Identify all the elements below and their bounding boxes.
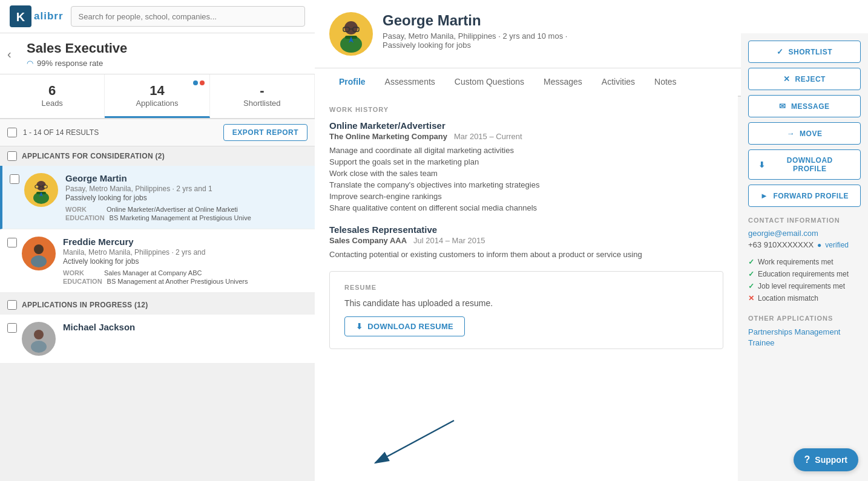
verified-label: verified <box>825 241 849 249</box>
resume-section: RESUME This candidate has uploaded a res… <box>329 271 723 349</box>
job-1-bullet-6: Share qualitative content on different s… <box>329 203 723 212</box>
job-1-bullet-4: Translate the company's objectives into … <box>329 180 723 189</box>
reject-button[interactable]: ✕ REJECT <box>748 68 861 90</box>
george-martin-name: George Martin <box>65 173 307 183</box>
stat-shortlisted[interactable]: - Shortlisted <box>210 74 315 118</box>
download-resume-label: DOWNLOAD RESUME <box>367 322 453 331</box>
forward-profile-button[interactable]: ► FORWARD PROFILE <box>748 185 861 207</box>
job-1-company-row: The Online Marketing Company Mar 2015 – … <box>329 132 723 141</box>
applicant-card-freddie-mercury[interactable]: Freddie Mercury Manila, Metro Manila, Ph… <box>0 229 315 293</box>
stat-leads[interactable]: 6 Leads <box>0 74 105 118</box>
job-title: Sales Executive <box>27 41 305 56</box>
search-input[interactable] <box>71 6 305 27</box>
shortlist-button[interactable]: ✓ SHORTLIST <box>748 41 861 63</box>
profile-content: WORK HISTORY Online Marketer/Advertiser … <box>315 94 738 481</box>
freddie-mercury-checkbox[interactable] <box>7 238 17 247</box>
job-1-role: Online Marketer/Advertiser <box>329 120 723 131</box>
req-location-text: Location mismatch <box>758 294 818 303</box>
contact-phone: +63 910XXXXXXX ● verified <box>748 240 861 249</box>
support-label: Support <box>815 455 847 465</box>
applicant-card-michael-jackson[interactable]: Michael Jackson <box>0 315 315 364</box>
svg-point-16 <box>34 330 44 339</box>
freddie-mercury-education: BS Management at Another Prestigious Uni… <box>107 278 248 285</box>
stats-bar: 6 Leads 14 Applications - Shortlisted <box>0 74 315 119</box>
michael-jackson-avatar <box>22 322 56 356</box>
in-progress-section-header: APPLICATIONS IN PROGRESS (12) <box>0 295 315 315</box>
job-1-company: The Online Marketing Company <box>329 132 447 141</box>
job-1-bullet-5: Improve search-engine rankings <box>329 192 723 201</box>
job-2-period: Jul 2014 – Mar 2015 <box>413 236 485 245</box>
education-label-2: EDUCATION <box>63 278 102 285</box>
message-label: MESSAGE <box>791 102 830 111</box>
dot-red <box>200 80 205 85</box>
in-progress-section-label: APPLICATIONS IN PROGRESS (12) <box>22 301 148 309</box>
reject-label: REJECT <box>795 75 826 83</box>
profile-info: George Martin Pasay, Metro Manila, Phili… <box>383 12 729 50</box>
forward-profile-icon: ► <box>760 191 768 200</box>
logo: K alibrr <box>10 5 64 27</box>
michael-jackson-checkbox[interactable] <box>7 323 17 333</box>
kalibrr-logo-text: alibrr <box>34 10 64 22</box>
freddie-mercury-info: Freddie Mercury Manila, Metro Manila, Ph… <box>63 237 307 285</box>
other-apps-label: OTHER APPLICATIONS <box>748 315 861 322</box>
freddie-mercury-name: Freddie Mercury <box>63 237 307 247</box>
leads-count: 6 <box>6 83 98 99</box>
job-entry-2: Telesales Representative Sales Company A… <box>329 224 723 259</box>
move-label: MOVE <box>800 129 822 138</box>
consideration-section-label: APPLICANTS FOR CONSIDERATION (2) <box>22 152 165 160</box>
export-report-button[interactable]: EXPORT REPORT <box>223 124 307 141</box>
george-martin-meta: WORK Online Marketer/Advertiser at Onlin… <box>65 206 307 221</box>
download-profile-button[interactable]: ⬇ DOWNLOAD PROFILE <box>748 149 861 180</box>
profile-avatar-image <box>331 14 371 54</box>
svg-point-13 <box>34 244 44 254</box>
freddie-mercury-avatar-image <box>24 238 54 269</box>
req-work: ✓ Work requirements met <box>748 258 861 266</box>
applicant-card-george-martin[interactable]: George Martin Pasay, Metro Manila, Phili… <box>0 166 315 229</box>
tab-assessments[interactable]: Assessments <box>375 68 445 97</box>
work-label-2: WORK <box>63 269 99 276</box>
svg-point-3 <box>36 181 46 191</box>
job-entry-1: Online Marketer/Advertiser The Online Ma… <box>329 120 723 212</box>
svg-point-17 <box>31 341 47 353</box>
job-2-company-row: Sales Company AAA Jul 2014 – Mar 2015 <box>329 236 723 245</box>
tab-activities[interactable]: Activities <box>592 68 645 97</box>
req-work-text: Work requirements met <box>758 258 833 266</box>
phone-number: +63 910XXXXXXX <box>748 240 814 249</box>
req-location-icon: ✕ <box>748 294 754 303</box>
support-button[interactable]: ? Support <box>794 448 858 471</box>
results-count: 1 - 14 OF 14 RESULTS <box>23 128 217 137</box>
message-button[interactable]: ✉ MESSAGE <box>748 95 861 117</box>
george-martin-checkbox[interactable] <box>10 174 19 184</box>
job-2-bullets: Contacting potential or existing custome… <box>329 250 723 259</box>
req-location: ✕ Location mismatch <box>748 294 861 303</box>
stat-applications[interactable]: 14 Applications <box>105 74 209 118</box>
george-martin-info: George Martin Pasay, Metro Manila, Phili… <box>65 173 307 221</box>
resume-title: RESUME <box>344 284 708 291</box>
download-resume-icon: ⬇ <box>356 322 363 331</box>
download-profile-icon: ⬇ <box>758 160 766 169</box>
tab-profile[interactable]: Profile <box>329 68 375 97</box>
download-resume-button[interactable]: ⬇ DOWNLOAD RESUME <box>344 316 465 336</box>
consideration-section-checkbox[interactable] <box>7 151 17 161</box>
george-martin-status: Passively looking for jobs <box>65 194 307 202</box>
in-progress-section-checkbox[interactable] <box>7 300 17 310</box>
svg-text:K: K <box>16 10 25 24</box>
job-1-bullets: Manage and coordinate all digital market… <box>329 146 723 212</box>
svg-point-19 <box>344 21 358 34</box>
job-2-company: Sales Company AAA <box>329 236 407 245</box>
select-all-checkbox[interactable] <box>7 128 17 137</box>
other-app-link-1[interactable]: Partnerships Management Trainee <box>748 327 861 348</box>
michael-jackson-info: Michael Jackson <box>63 322 307 332</box>
forward-profile-label: FORWARD PROFILE <box>773 192 849 200</box>
shortlisted-label: Shortlisted <box>216 99 308 108</box>
tab-custom-questions[interactable]: Custom Questions <box>445 68 534 97</box>
freddie-mercury-location: Manila, Metro Manila, Philippines · 2 yr… <box>63 248 307 257</box>
job-1-period: Mar 2015 – Current <box>454 132 522 141</box>
michael-jackson-avatar-image <box>24 324 54 354</box>
george-martin-education: BS Marketing Management at Prestigious U… <box>110 214 251 221</box>
back-button[interactable]: ‹ <box>7 47 12 61</box>
move-button[interactable]: → MOVE <box>748 122 861 145</box>
tab-messages[interactable]: Messages <box>534 68 592 97</box>
job-2-bullet-1: Contacting potential or existing custome… <box>329 250 723 259</box>
tab-notes[interactable]: Notes <box>645 68 686 97</box>
